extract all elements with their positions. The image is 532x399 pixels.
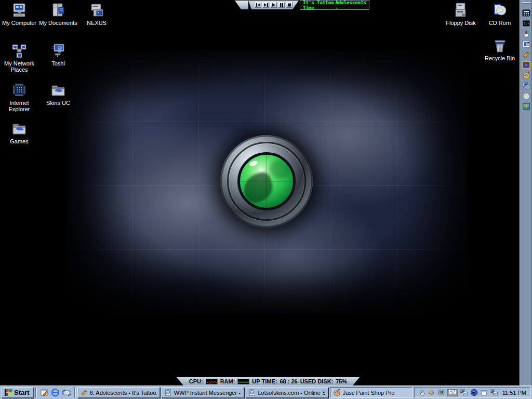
desktop-icon-skins-uc[interactable]: Skins UC — [39, 82, 77, 106]
ram-graph — [237, 379, 249, 384]
stop-icon — [287, 3, 291, 7]
task-label: Lotsofskins.com - Online S... — [258, 390, 325, 396]
desktop: My Computer My Documents NEXUS — [0, 0, 532, 399]
outlook-express-icon — [62, 389, 71, 397]
quick-launch-outlook-express[interactable] — [61, 387, 73, 398]
porthole-ring — [220, 135, 313, 228]
ram-label: RAM: — [220, 378, 235, 384]
taskbar: Start 6. Adolescents - It's Tat — [0, 385, 532, 399]
paint-shop-pro-icon — [333, 389, 341, 396]
desktop-icon-label: Skins UC — [46, 100, 70, 106]
animation-shop-icon[interactable] — [522, 39, 531, 49]
network-icon[interactable] — [460, 389, 468, 396]
task-button-wwp-messenger[interactable]: WWP Instant Messenger -... — [162, 387, 244, 398]
recycle-bin-icon — [491, 37, 509, 54]
task-button-audio-player[interactable]: 6. Adolescents - It's Tattoo... — [77, 387, 160, 398]
cd-burner-icon[interactable] — [522, 91, 531, 101]
language-indicator[interactable]: EN — [447, 389, 458, 396]
player-buttons — [248, 1, 299, 9]
desktop-icon-label: Floppy Disk — [446, 20, 475, 26]
pause-icon — [280, 3, 284, 7]
desktop-icon-label: NEXUS — [87, 20, 107, 26]
pause-button[interactable] — [278, 2, 285, 8]
task-label: Jasc Paint Shop Pro — [343, 390, 395, 396]
task-button-lotsofskins[interactable]: Lotsofskins.com - Online S... — [246, 387, 328, 398]
player-display: It's Tattoo Time Adolescents - — [300, 1, 369, 9]
desktop-icon-cd-rom[interactable]: CD Rom — [481, 2, 519, 26]
clock[interactable]: 11:51 PM — [500, 390, 526, 396]
desktop-icon-label: CD Rom — [489, 20, 511, 26]
toolbar-grip[interactable] — [522, 2, 530, 4]
desktop-icon-label: Toshi — [51, 60, 65, 66]
desktop-icon-nexus[interactable]: NEXUS — [77, 2, 116, 26]
start-label: Start — [14, 389, 30, 396]
green-lens — [237, 152, 296, 210]
image-editor-icon[interactable] — [522, 102, 531, 111]
mini-player: It's Tattoo Time Adolescents - — [235, 1, 369, 9]
desktop-icon-label: Games — [10, 138, 28, 144]
paint-shop-pro-icon[interactable] — [522, 71, 531, 80]
windows-logo-icon — [4, 389, 12, 396]
my-documents-icon — [49, 2, 67, 19]
floppy-drive-icon — [452, 2, 470, 19]
next-button[interactable] — [262, 2, 269, 8]
network-places-icon — [10, 43, 28, 59]
uptime-value: 68 : 26 — [280, 378, 297, 384]
volume-icon[interactable] — [428, 389, 435, 396]
web-page-icon — [165, 389, 172, 396]
drive-icon — [88, 2, 105, 19]
quick-launch-internet-explorer[interactable] — [50, 387, 61, 398]
my-computer-icon — [10, 2, 28, 19]
network-icon[interactable] — [490, 389, 498, 396]
folder-icon — [10, 121, 28, 137]
command-prompt-icon[interactable]: C:\ — [522, 19, 531, 28]
task-button-paint-shop-pro[interactable]: Jasc Paint Shop Pro — [330, 387, 413, 398]
calculator-icon[interactable] — [522, 8, 531, 18]
quick-launch-show-desktop[interactable] — [38, 387, 50, 398]
cd-rom-icon — [491, 2, 509, 19]
system-monitor-bar: CPU: RAM: UP TIME: 68 : 26 USED DISK: 75… — [177, 377, 360, 385]
internet-explorer-e-icon — [51, 388, 60, 397]
desktop-icon-recycle-bin[interactable]: Recycle Bin — [481, 37, 519, 61]
previous-button[interactable] — [255, 2, 261, 8]
desktop-icon-games[interactable]: Games — [0, 121, 38, 144]
uptime-label: UP TIME: — [252, 378, 277, 384]
desktop-icon-my-documents[interactable]: My Documents — [39, 2, 77, 26]
desktop-icon-label: My Documents — [39, 20, 77, 26]
folder-icon — [49, 82, 67, 99]
media-player-icon[interactable] — [522, 60, 531, 70]
display-theme-icon[interactable] — [437, 389, 445, 396]
web-page-icon — [249, 389, 256, 396]
network-computer-icon — [49, 43, 67, 59]
desktop-icon-label: Recycle Bin — [485, 55, 515, 61]
system-tray: EN 11:51 PM — [414, 387, 530, 398]
paint-tools-icon[interactable] — [522, 29, 531, 38]
next-icon — [264, 3, 268, 7]
desktop-icon-floppy-disk[interactable]: Floppy Disk — [442, 2, 480, 26]
wallpaper-metal-plate — [66, 51, 468, 313]
desktop-icon-label: Internet Explorer — [0, 100, 38, 112]
player-left-wing — [235, 1, 248, 9]
start-button[interactable]: Start — [2, 387, 34, 398]
play-icon — [272, 3, 276, 7]
desktop-icon-internet-explorer[interactable]: Internet Explorer — [0, 82, 38, 112]
used-disk-value: 75% — [336, 378, 347, 384]
window-icon[interactable] — [480, 389, 488, 396]
taskbar-separator — [74, 388, 76, 397]
play-button[interactable] — [270, 2, 277, 8]
side-toolbar: C:\ — [520, 0, 532, 385]
track-title: It's Tattoo Time — [303, 0, 335, 10]
taskbar-separator — [35, 388, 37, 397]
mouse-icon[interactable] — [418, 389, 426, 396]
screen-capture-icon[interactable] — [522, 81, 531, 90]
desktop-icon-toshi[interactable]: Toshi — [39, 43, 77, 66]
desktop-icon-my-network-places[interactable]: My Network Places — [0, 43, 38, 73]
lens-shadow-blob — [240, 170, 276, 205]
cpu-label: CPU: — [189, 378, 203, 384]
desktop-icon-my-computer[interactable]: My Computer — [0, 2, 38, 26]
internet-explorer-icon — [10, 82, 28, 99]
plane-tool-icon[interactable] — [522, 50, 531, 59]
svg-text:C:\: C:\ — [524, 22, 529, 25]
voice-icon[interactable] — [470, 389, 478, 396]
stop-button[interactable] — [286, 2, 292, 8]
